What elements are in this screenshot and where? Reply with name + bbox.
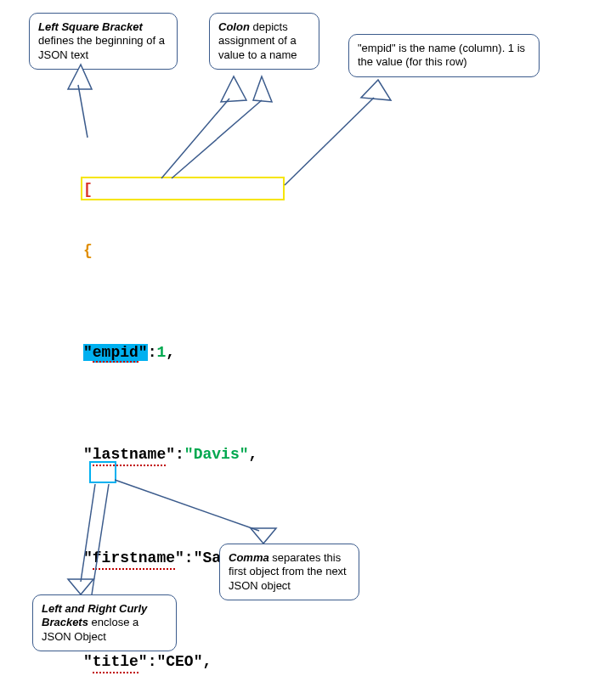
pair-empid: "empid":1,	[83, 342, 460, 363]
open-curly-brace: {	[83, 242, 93, 259]
svg-line-0	[78, 85, 88, 138]
callout-text: "empid" is the name (column). 1 is the v…	[358, 42, 525, 68]
open-brace-line: {	[83, 240, 460, 261]
highlight-close-brace-comma	[89, 461, 116, 483]
highlight-empid-line	[81, 177, 285, 200]
callout-text: Comma separates this first object from t…	[229, 551, 347, 592]
callout-curly-brackets: Left and Right Curly Brackets enclose a …	[32, 594, 177, 651]
pair-lastname: "lastname":"Davis",	[83, 444, 460, 466]
callout-colon: Colon depicts assignment of a value to a…	[209, 13, 319, 70]
callout-left-square-bracket: Left Square Bracket defines the beginnin…	[29, 13, 178, 70]
callout-text: Colon depicts assignment of a value to a…	[218, 20, 297, 61]
pair-title: "title":"CEO",	[83, 651, 460, 673]
callout-text: Left and Right Curly Brackets enclose a …	[42, 602, 147, 643]
callout-text: Left Square Bracket defines the beginnin…	[38, 20, 165, 61]
callout-comma: Comma separates this first object from t…	[219, 544, 359, 600]
callout-empid: "empid" is the name (column). 1 is the v…	[348, 34, 540, 77]
